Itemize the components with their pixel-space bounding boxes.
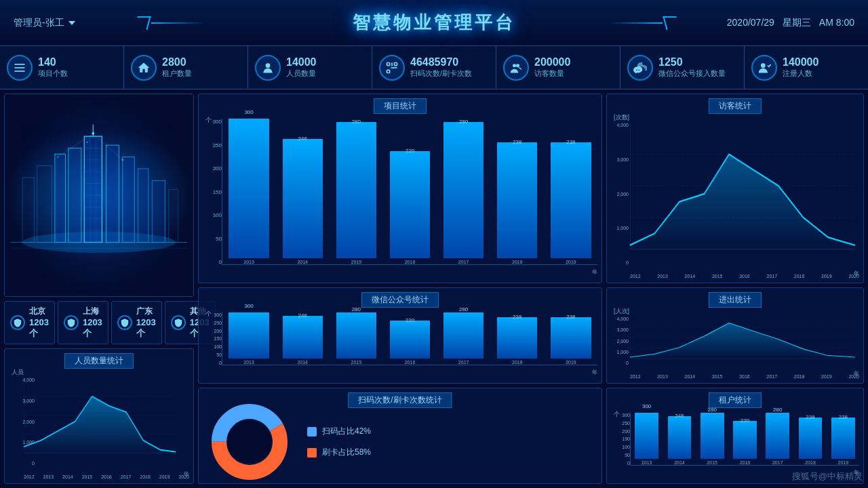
svg-rect-13 — [22, 178, 34, 243]
home-icon — [131, 55, 157, 81]
personnel-y-label: 人员 — [12, 368, 24, 377]
location-guangdong: 广东 1203 个 — [111, 301, 162, 344]
svg-rect-33 — [169, 189, 178, 242]
scan-legend-orange: 刷卡占比58% — [307, 447, 371, 458]
visitor-icon — [503, 55, 529, 81]
scan-icon — [379, 55, 405, 81]
shield-icon-other — [171, 315, 186, 330]
shield-icon-beijing — [10, 315, 25, 330]
stat-scan-number: 46485970 — [410, 56, 472, 68]
left-col-bottom: 微信公众号统计 个 3002013 2462014 2802015 220201… — [198, 287, 602, 484]
right-col-bottom: 进出统计 [人次] — [606, 287, 864, 484]
svg-rect-16 — [68, 148, 81, 243]
stat-register-number: 140000 — [783, 56, 818, 68]
svg-rect-2 — [15, 70, 25, 72]
time-label: AM 8:00 — [819, 17, 854, 29]
svg-point-9 — [513, 64, 516, 67]
stat-project-number: 140 — [38, 56, 68, 68]
orange-dot — [307, 448, 317, 458]
project-x-label: 年 — [592, 268, 597, 276]
scan-legend-orange-label: 刷卡占比58% — [322, 447, 371, 458]
register-icon — [751, 55, 777, 81]
scan-stats-panel: 扫码次数/刷卡次数统计 — [198, 388, 602, 484]
location-shanghai: 上海 1203 个 — [58, 301, 108, 344]
header-decor-right — [542, 0, 678, 46]
stat-register-label: 注册人数 — [783, 68, 818, 79]
svg-point-11 — [761, 63, 766, 68]
stats-bar: 140 项目个数 2800 租户数量 14000 人员数量 46485970 扫… — [0, 46, 868, 89]
inout-stats-panel: 进出统计 [人次] — [606, 287, 864, 384]
scan-legend-blue: 扫码占比42% — [307, 426, 371, 437]
center-column: 北京 1203 个 上海 1203 个 广东 1203 — [4, 94, 194, 484]
svg-rect-14 — [37, 166, 52, 243]
stat-visitor: 200000 访客数量 — [496, 46, 620, 89]
stat-person-number: 14000 — [286, 56, 317, 68]
svg-rect-32 — [152, 180, 165, 242]
inout-stats-title: 进出统计 — [709, 292, 762, 308]
svg-rect-31 — [138, 169, 149, 243]
watermark: 搜狐号@中标精灵 — [792, 470, 863, 483]
project-stats-panel: 项目统计 个 300 2013 246 2014 280 201 — [198, 94, 602, 283]
svg-rect-4 — [387, 62, 390, 65]
guangdong-count: 1203 个 — [136, 317, 156, 340]
svg-rect-15 — [55, 154, 66, 242]
user-info[interactable]: 管理员-张工 — [14, 17, 75, 29]
location-row: 北京 1203 个 上海 1203 个 广东 1203 — [4, 301, 194, 344]
stat-scan: 46485970 扫码次数/刷卡次数 — [372, 46, 496, 89]
svg-rect-0 — [15, 64, 25, 65]
location-beijing: 北京 1203 个 — [4, 301, 55, 344]
wechat-stats-panel: 微信公众号统计 个 3002013 2462014 2802015 220201… — [198, 287, 602, 384]
date-label: 2020/07/29 — [727, 17, 774, 29]
personnel-stats-panel: 人员数量统计 人员 — [4, 348, 194, 484]
svg-point-3 — [266, 63, 271, 68]
beijing-count: 1203 个 — [29, 317, 49, 340]
tenant-stats-panel: 租户统计 个 3002013 2462014 2802015 2202016 2… — [606, 388, 864, 484]
stat-wechat-label: 微信公众号接入数量 — [658, 68, 726, 79]
list-icon — [7, 55, 33, 81]
visitor-stats-panel: 访客统计 [次数] 2012 2013 — [606, 94, 864, 283]
header: 管理员-张工 智慧物业管理平台 2020/07/29 星期三 AM 8:00 — [0, 0, 868, 46]
stat-tenant-label: 租户数量 — [162, 68, 192, 79]
stat-scan-label: 扫码次数/刷卡次数 — [410, 68, 472, 79]
stat-person-label: 人员数量 — [286, 68, 317, 79]
tenant-stats-title: 租户统计 — [709, 392, 762, 408]
svg-rect-5 — [394, 62, 397, 65]
stat-project: 140 项目个数 — [0, 46, 124, 89]
guangdong-name: 广东 — [136, 306, 156, 317]
user-dropdown-icon[interactable] — [68, 21, 75, 25]
scan-stats-title: 扫码次数/刷卡次数统计 — [348, 392, 452, 408]
svg-marker-48 — [24, 396, 176, 453]
svg-point-58 — [228, 420, 271, 464]
stat-visitor-label: 访客数量 — [534, 68, 570, 79]
stat-wechat: 1250 微信公众号接入数量 — [620, 46, 745, 89]
weekday-label: 星期三 — [783, 17, 811, 29]
city-visual-panel — [4, 94, 194, 297]
shanghai-name: 上海 — [83, 306, 102, 317]
stat-visitor-number: 200000 — [534, 56, 570, 68]
wechat-icon — [627, 55, 653, 81]
stat-wechat-number: 1250 — [658, 56, 726, 68]
svg-rect-17 — [84, 136, 102, 242]
person-icon — [255, 55, 281, 81]
shield-icon-shanghai — [64, 315, 79, 330]
blue-dot — [307, 427, 317, 436]
shanghai-count: 1203 个 — [83, 317, 102, 340]
stat-person: 14000 人员数量 — [248, 46, 372, 89]
svg-rect-30 — [123, 157, 134, 243]
header-decor-left — [136, 0, 271, 46]
datetime-info: 2020/07/29 星期三 AM 8:00 — [727, 17, 854, 29]
stat-tenant-number: 2800 — [162, 56, 192, 68]
stat-tenant: 2800 租户数量 — [124, 46, 248, 89]
svg-marker-54 — [630, 155, 855, 249]
wechat-stats-title: 微信公众号统计 — [361, 292, 439, 308]
beijing-name: 北京 — [29, 306, 49, 317]
svg-rect-29 — [106, 145, 119, 242]
scan-legend-blue-label: 扫码占比42% — [322, 426, 371, 437]
shield-icon-guangdong — [117, 315, 132, 330]
svg-rect-6 — [387, 70, 390, 73]
page-title: 智慧物业管理平台 — [353, 11, 515, 35]
visitor-stats-title: 访客统计 — [709, 98, 762, 114]
stat-project-label: 项目个数 — [38, 68, 68, 79]
username-label: 管理员-张工 — [14, 17, 64, 29]
project-stats-title: 项目统计 — [374, 98, 427, 114]
